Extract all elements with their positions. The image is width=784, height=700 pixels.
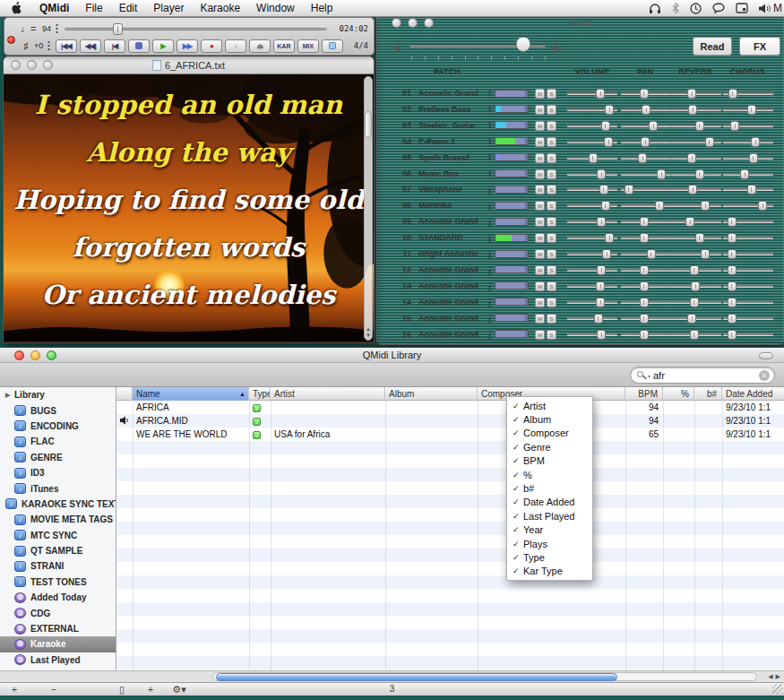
master-volume-thumb[interactable] — [516, 37, 530, 52]
table-row[interactable]: WE ARE THE WORLD♪USA for Africa659/23/10… — [116, 428, 784, 441]
chorus-slider-thumb[interactable] — [740, 169, 749, 179]
pan-slider-thumb[interactable] — [638, 153, 647, 163]
reverb-slider[interactable] — [671, 105, 721, 115]
resize-grip[interactable] — [772, 684, 783, 695]
chorus-slider[interactable] — [723, 265, 773, 275]
volume-slider-thumb[interactable] — [589, 153, 598, 163]
table-row[interactable] — [116, 643, 784, 656]
mute-button[interactable]: M — [535, 217, 545, 227]
headphones-icon[interactable] — [649, 3, 661, 14]
pan-slider[interactable] — [621, 105, 671, 115]
context-menu-item-b-[interactable]: ✓b# — [507, 481, 592, 495]
patch-stepper[interactable] — [487, 249, 492, 259]
chorus-slider-thumb[interactable] — [728, 217, 737, 227]
reverb-slider[interactable] — [671, 265, 721, 275]
chorus-slider[interactable] — [723, 121, 773, 131]
bluetooth-icon[interactable] — [672, 3, 679, 13]
chorus-slider-thumb[interactable] — [728, 281, 737, 291]
mute-button[interactable]: M — [535, 233, 545, 243]
table-row[interactable] — [116, 589, 784, 602]
sidebar-item-encoding[interactable]: ♪ENCODING — [0, 419, 116, 434]
reverb-slider-thumb[interactable] — [701, 201, 710, 211]
search-icon[interactable]: ▾ — [636, 370, 649, 381]
context-menu-item-last-played[interactable]: ✓Last Played — [507, 509, 592, 523]
context-menu-item-artist[interactable]: ✓Artist — [507, 399, 592, 412]
solo-button[interactable]: S — [547, 169, 556, 179]
pan-slider-thumb[interactable] — [640, 281, 649, 291]
pan-slider[interactable] — [621, 153, 671, 163]
pan-slider[interactable] — [621, 298, 671, 307]
reverb-slider[interactable] — [671, 153, 721, 163]
chorus-slider-thumb[interactable] — [730, 121, 739, 131]
chorus-slider[interactable] — [723, 201, 773, 211]
column-header-bpm[interactable]: BPM — [625, 387, 663, 401]
sidebar-item-strani[interactable]: ♪STRANI — [0, 558, 116, 574]
patch-name[interactable]: Acoustic Grand — [418, 265, 487, 274]
sidebar-item-qt-sample[interactable]: ♪QT SAMPLE — [0, 543, 116, 558]
pan-slider[interactable] — [621, 89, 671, 99]
patch-name[interactable]: Acoustic Grand — [418, 281, 487, 290]
position-slider[interactable] — [65, 23, 327, 34]
chorus-slider[interactable] — [723, 298, 773, 307]
chorus-slider[interactable] — [723, 314, 773, 324]
reverb-slider-thumb[interactable] — [688, 185, 697, 194]
volume-slider-thumb[interactable] — [597, 169, 606, 179]
volume-slider-thumb[interactable] — [605, 105, 614, 115]
step-back-button[interactable]: |◀ — [104, 39, 125, 53]
sidebar-item-itunes[interactable]: ♪iTunes — [0, 480, 116, 496]
table-row[interactable] — [116, 454, 784, 468]
lyrics-scrollbar[interactable]: ▲▼ — [364, 76, 373, 341]
aux-button[interactable]: ♪ — [225, 39, 246, 53]
reverb-slider[interactable] — [671, 314, 721, 324]
play-button[interactable]: ▶ — [152, 39, 174, 53]
pan-slider[interactable] — [621, 185, 671, 194]
pan-slider-thumb[interactable] — [640, 265, 649, 275]
mute-button[interactable]: M — [535, 105, 545, 115]
mute-button[interactable]: M — [535, 314, 545, 324]
mix-button[interactable]: MIX — [297, 39, 319, 53]
pan-slider-thumb[interactable] — [649, 121, 658, 131]
tempo-stepper[interactable] — [55, 23, 59, 34]
mute-button[interactable]: M — [535, 137, 545, 147]
table-row[interactable] — [116, 656, 784, 670]
position-slider-thumb[interactable] — [113, 23, 123, 35]
reverb-slider[interactable] — [671, 249, 721, 259]
volume-slider-thumb[interactable] — [605, 233, 614, 243]
patch-name[interactable]: Acoustic Grand — [418, 217, 487, 226]
pan-slider-thumb[interactable] — [640, 217, 649, 227]
table-row[interactable] — [116, 602, 784, 616]
patch-name[interactable]: STANDARD — [418, 233, 487, 242]
scroll-right-icon[interactable]: ▶ — [776, 673, 780, 680]
chorus-slider[interactable] — [723, 137, 773, 147]
horizontal-scrollbar-thumb[interactable] — [216, 673, 617, 681]
solo-button[interactable]: S — [547, 249, 556, 259]
chorus-slider[interactable] — [723, 249, 773, 259]
chorus-slider-thumb[interactable] — [728, 89, 737, 99]
table-row[interactable] — [116, 522, 784, 535]
volume-slider[interactable] — [567, 153, 617, 163]
patch-name[interactable]: Music Box — [418, 169, 487, 178]
column-header-artist[interactable]: Artist — [271, 387, 385, 401]
fx-button[interactable]: FX — [739, 37, 780, 56]
reverb-slider-thumb[interactable] — [685, 217, 694, 227]
sidebar-item-flac[interactable]: ♪FLAC — [0, 434, 116, 449]
reverb-slider[interactable] — [671, 201, 721, 211]
column-header-gutter[interactable] — [116, 387, 133, 401]
patch-name[interactable]: Synth Brass2 — [418, 153, 487, 162]
reverb-slider[interactable] — [671, 330, 721, 340]
sidebar-item-test-tones[interactable]: ♪TEST TONES — [0, 575, 116, 590]
skip-start-button[interactable]: |◀◀ — [56, 39, 77, 53]
solo-button[interactable]: S — [547, 105, 556, 115]
table-row[interactable] — [116, 441, 784, 454]
chorus-slider[interactable] — [723, 233, 773, 243]
menu-window[interactable]: Window — [248, 2, 303, 14]
patch-stepper[interactable] — [487, 153, 492, 163]
chorus-slider[interactable] — [723, 281, 773, 291]
patch-name[interactable]: Acoustic Grand — [418, 314, 487, 323]
patch-name[interactable]: Fretless Bass — [418, 105, 487, 114]
reverb-slider-thumb[interactable] — [701, 249, 710, 259]
reverb-slider[interactable] — [671, 89, 721, 99]
patch-stepper[interactable] — [487, 298, 492, 307]
menu-karaoke[interactable]: Karaoke — [192, 2, 248, 14]
reverb-slider[interactable] — [671, 169, 721, 179]
